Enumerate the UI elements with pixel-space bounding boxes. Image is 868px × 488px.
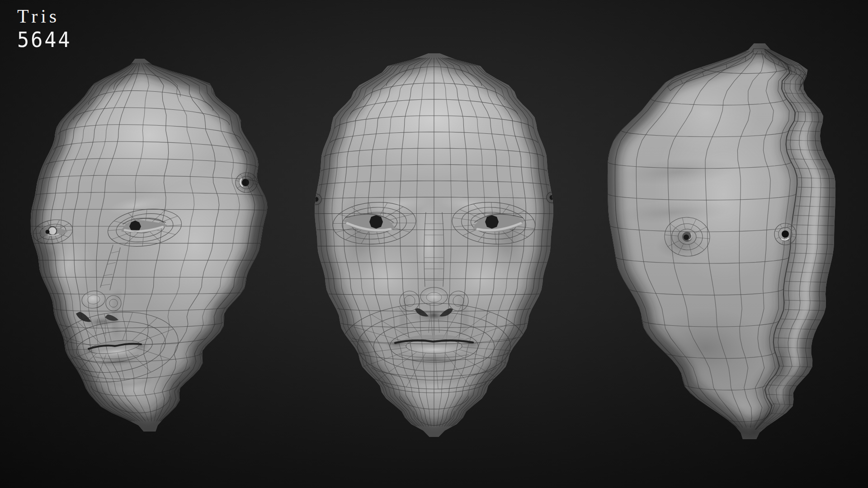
ear-hole: [774, 218, 804, 245]
tris-value: 5644: [17, 29, 71, 51]
viewport-3d[interactable]: Tris 5644: [0, 0, 868, 488]
render-canvas[interactable]: [0, 0, 868, 488]
tris-label: Tris: [17, 5, 75, 27]
eye-hole-right: [485, 215, 499, 229]
eye-hole-left: [369, 215, 383, 229]
eye-hole-far: [46, 230, 50, 234]
tris-counter: Tris 5644: [17, 5, 75, 51]
eyeball-far: [49, 227, 56, 235]
